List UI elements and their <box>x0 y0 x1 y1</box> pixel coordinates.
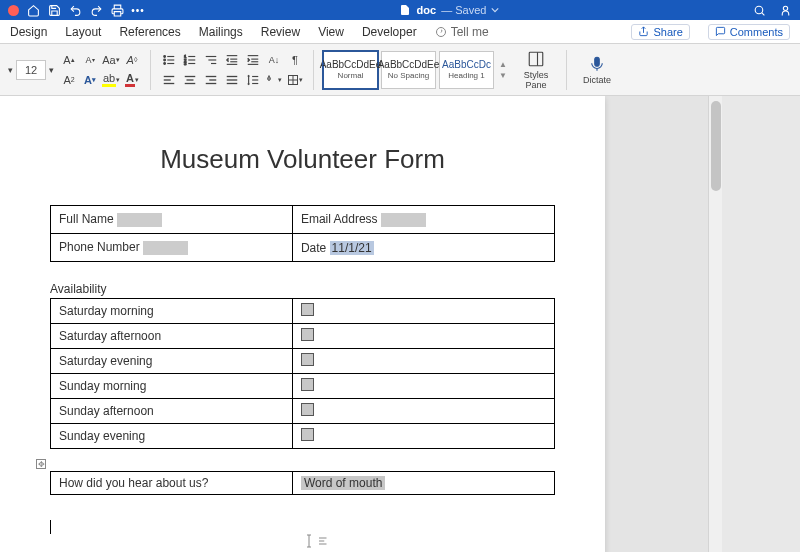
date-picker-value[interactable]: 11/1/21 <box>330 241 374 255</box>
comments-label: Comments <box>730 26 783 38</box>
clear-format-icon[interactable]: A◊ <box>123 51 141 69</box>
word-doc-icon <box>398 3 412 17</box>
tab-view[interactable]: View <box>318 25 344 39</box>
hear-question[interactable]: How did you hear about us? <box>51 472 293 495</box>
availability-item[interactable]: Sunday afternoon <box>51 399 293 424</box>
tab-review[interactable]: Review <box>261 25 300 39</box>
checkbox[interactable] <box>301 328 314 341</box>
redo-icon[interactable] <box>89 3 103 17</box>
tab-mailings[interactable]: Mailings <box>199 25 243 39</box>
table-row[interactable]: How did you hear about us? Word of mouth <box>51 472 555 495</box>
home-icon[interactable] <box>26 3 40 17</box>
show-marks-icon[interactable]: ¶ <box>286 51 304 69</box>
change-case-icon[interactable]: Aa▾ <box>102 51 120 69</box>
save-icon[interactable] <box>47 3 61 17</box>
bullets-icon[interactable] <box>160 51 178 69</box>
table-row[interactable]: Saturday afternoon <box>51 324 555 349</box>
page-title[interactable]: Museum Volunteer Form <box>50 144 555 175</box>
comments-button[interactable]: Comments <box>708 24 790 40</box>
increase-font-icon[interactable]: A▴ <box>60 51 78 69</box>
checkbox[interactable] <box>301 403 314 416</box>
line-spacing-icon[interactable] <box>244 71 262 89</box>
indent-right-icon[interactable] <box>244 51 262 69</box>
table-row[interactable]: Saturday evening <box>51 349 555 374</box>
share-label: Share <box>653 26 682 38</box>
align-center-icon[interactable] <box>181 71 199 89</box>
placeholder-field[interactable] <box>381 213 426 227</box>
availability-table[interactable]: Saturday morning Saturday afternoon Satu… <box>50 298 555 449</box>
tell-me-label: Tell me <box>451 25 489 39</box>
availability-item[interactable]: Saturday evening <box>51 349 293 374</box>
share-button[interactable]: Share <box>631 24 689 40</box>
availability-item[interactable]: Saturday morning <box>51 299 293 324</box>
styles-pane-button[interactable]: Styles Pane <box>515 49 557 91</box>
table-row[interactable]: Sunday morning <box>51 374 555 399</box>
placeholder-field[interactable] <box>117 213 162 227</box>
chevron-down-icon[interactable] <box>491 6 499 14</box>
text-effects-icon[interactable]: A▾ <box>81 71 99 89</box>
style-heading1[interactable]: AaBbCcDc Heading 1 <box>439 51 494 89</box>
table-move-handle-icon[interactable]: ✥ <box>36 459 46 469</box>
availability-item[interactable]: Saturday afternoon <box>51 324 293 349</box>
user-icon[interactable] <box>778 3 792 17</box>
print-icon[interactable] <box>110 3 124 17</box>
dropdown-value[interactable]: Word of mouth <box>301 476 385 490</box>
tab-layout[interactable]: Layout <box>65 25 101 39</box>
document-page[interactable]: Museum Volunteer Form Full Name Email Ad… <box>0 96 605 552</box>
style-no-spacing[interactable]: AaBbCcDdEe No Spacing <box>381 51 436 89</box>
table-row[interactable]: Sunday evening <box>51 424 555 449</box>
style-preview: AaBbCcDdEe <box>378 59 440 70</box>
tab-design[interactable]: Design <box>10 25 47 39</box>
decrease-font-icon[interactable]: A▾ <box>81 51 99 69</box>
borders-icon[interactable]: ▾ <box>286 71 304 89</box>
indent-left-icon[interactable] <box>223 51 241 69</box>
table-row[interactable]: Full Name Email Address <box>51 206 555 234</box>
subscript-icon[interactable]: A2 <box>60 71 78 89</box>
label-email: Email Address <box>301 212 378 226</box>
availability-item[interactable]: Sunday morning <box>51 374 293 399</box>
label-date: Date <box>301 241 326 255</box>
styles-scroll-up-icon[interactable]: ▲ <box>499 60 507 69</box>
more-icon[interactable]: ••• <box>131 3 145 17</box>
align-left-icon[interactable] <box>160 71 178 89</box>
style-label: Heading 1 <box>448 71 484 80</box>
scrollbar-thumb[interactable] <box>711 101 721 191</box>
styles-pane-label2: Pane <box>525 80 546 90</box>
checkbox[interactable] <box>301 428 314 441</box>
dictate-button[interactable]: Dictate <box>576 49 618 91</box>
availability-item[interactable]: Sunday evening <box>51 424 293 449</box>
font-color-icon[interactable]: A▾ <box>123 71 141 89</box>
tab-references[interactable]: References <box>119 25 180 39</box>
table-row[interactable]: Sunday afternoon <box>51 399 555 424</box>
placeholder-field[interactable] <box>143 241 188 255</box>
table-row[interactable]: Saturday morning <box>51 299 555 324</box>
undo-icon[interactable] <box>68 3 82 17</box>
search-icon[interactable] <box>752 3 766 17</box>
tab-developer[interactable]: Developer <box>362 25 417 39</box>
style-label: Normal <box>338 71 364 80</box>
tell-me[interactable]: Tell me <box>435 25 489 39</box>
table-row[interactable]: Phone Number Date 11/1/21 <box>51 234 555 262</box>
window-close-traffic[interactable] <box>8 5 19 16</box>
font-size-field[interactable]: 12 <box>16 60 46 80</box>
sort-icon[interactable]: A↓ <box>265 51 283 69</box>
align-right-icon[interactable] <box>202 71 220 89</box>
highlight-icon[interactable]: ab▾ <box>102 71 120 89</box>
vertical-scrollbar[interactable] <box>708 96 722 552</box>
multilevel-list-icon[interactable] <box>202 51 220 69</box>
shading-icon[interactable]: ▾ <box>265 71 283 89</box>
style-normal[interactable]: AaBbCcDdEe Normal <box>323 51 378 89</box>
styles-scroll-down-icon[interactable]: ▼ <box>499 71 507 80</box>
justify-icon[interactable] <box>223 71 241 89</box>
hear-table[interactable]: How did you hear about us? Word of mouth <box>50 471 555 495</box>
text-cursor <box>50 520 51 534</box>
chevron-down-icon[interactable]: ▾ <box>49 65 54 75</box>
document-name: doc <box>417 4 437 16</box>
checkbox[interactable] <box>301 353 314 366</box>
checkbox[interactable] <box>301 303 314 316</box>
info-table[interactable]: Full Name Email Address Phone Number Dat… <box>50 205 555 262</box>
checkbox[interactable] <box>301 378 314 391</box>
chevron-down-icon[interactable]: ▾ <box>8 65 13 75</box>
save-status[interactable]: — Saved <box>441 4 486 16</box>
numbering-icon[interactable]: 123 <box>181 51 199 69</box>
